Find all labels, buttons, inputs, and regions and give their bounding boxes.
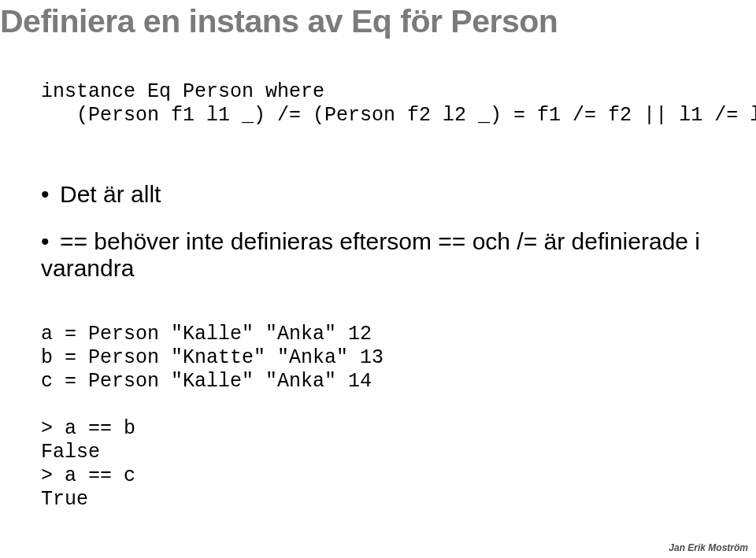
code-line: c = Person "Kalle" "Anka" 14 xyxy=(41,370,372,393)
code-line: b = Person "Knatte" "Anka" 13 xyxy=(41,346,384,369)
bullet-text: == behöver inte definieras eftersom == o… xyxy=(41,228,700,281)
bullet-dot: • xyxy=(41,181,60,208)
bullet-dot: • xyxy=(41,228,60,255)
code-line: instance Eq Person where xyxy=(41,80,324,103)
slide-title: Definiera en instans av Eq för Person xyxy=(0,3,558,40)
code-block-example: a = Person "Kalle" "Anka" 12 b = Person … xyxy=(41,323,384,512)
bullet-item: •Det är allt xyxy=(41,181,724,208)
bullet-list: •Det är allt •== behöver inte definieras… xyxy=(41,181,724,302)
footer-author: Jan Erik Moström xyxy=(669,542,748,553)
code-line: > a == b xyxy=(41,417,135,440)
code-line: > a == c xyxy=(41,464,135,487)
code-line: a = Person "Kalle" "Anka" 12 xyxy=(41,323,372,346)
code-line: True xyxy=(41,488,88,511)
bullet-item: •== behöver inte definieras eftersom == … xyxy=(41,228,724,282)
code-line: (Person f1 l1 _) /= (Person f2 l2 _) = f… xyxy=(41,104,756,127)
code-block-instance: instance Eq Person where (Person f1 l1 _… xyxy=(41,80,756,127)
slide: Definiera en instans av Eq för Person in… xyxy=(0,0,756,558)
bullet-text: Det är allt xyxy=(60,181,161,207)
code-line: False xyxy=(41,441,100,464)
